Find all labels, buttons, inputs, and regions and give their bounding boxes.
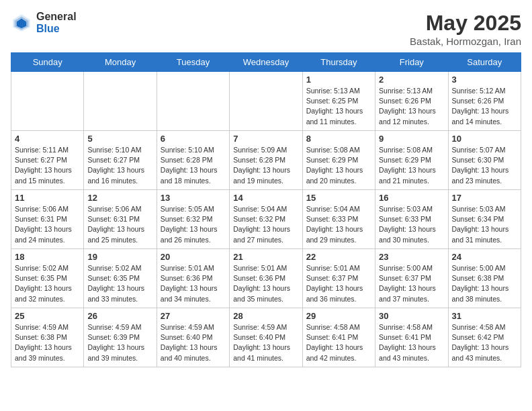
calendar-cell — [230, 72, 302, 131]
logo-blue: Blue — [36, 23, 77, 35]
calendar-cell: 10Sunrise: 5:07 AMSunset: 6:30 PMDayligh… — [448, 131, 521, 190]
calendar-cell: 31Sunrise: 4:58 AMSunset: 6:42 PMDayligh… — [448, 308, 521, 367]
day-info: Sunrise: 5:01 AMSunset: 6:36 PMDaylight:… — [233, 263, 298, 304]
day-number: 30 — [379, 311, 444, 321]
day-number: 26 — [87, 311, 152, 321]
day-info: Sunrise: 5:00 AMSunset: 6:37 PMDaylight:… — [379, 263, 444, 304]
day-info: Sunrise: 5:01 AMSunset: 6:37 PMDaylight:… — [306, 263, 371, 304]
day-info: Sunrise: 5:07 AMSunset: 6:30 PMDaylight:… — [452, 145, 517, 186]
weekday-header: Monday — [84, 53, 157, 72]
day-number: 23 — [379, 252, 444, 262]
calendar-cell: 19Sunrise: 5:02 AMSunset: 6:35 PMDayligh… — [84, 249, 157, 308]
calendar-cell: 16Sunrise: 5:03 AMSunset: 6:33 PMDayligh… — [375, 190, 448, 249]
calendar-cell: 30Sunrise: 4:58 AMSunset: 6:41 PMDayligh… — [375, 308, 448, 367]
day-info: Sunrise: 5:08 AMSunset: 6:29 PMDaylight:… — [306, 145, 371, 186]
title-block: May 2025 Bastak, Hormozgan, Iran — [410, 11, 521, 47]
day-number: 21 — [233, 252, 298, 262]
day-number: 25 — [15, 311, 80, 321]
calendar-cell: 23Sunrise: 5:00 AMSunset: 6:37 PMDayligh… — [375, 249, 448, 308]
day-number: 4 — [15, 134, 80, 144]
day-number: 28 — [233, 311, 298, 321]
weekday-header: Tuesday — [157, 53, 229, 72]
day-number: 20 — [161, 252, 226, 262]
calendar-cell: 24Sunrise: 5:00 AMSunset: 6:38 PMDayligh… — [448, 249, 521, 308]
day-info: Sunrise: 4:59 AMSunset: 6:40 PMDaylight:… — [233, 322, 298, 363]
day-info: Sunrise: 5:10 AMSunset: 6:28 PMDaylight:… — [161, 145, 226, 186]
week-row: 25Sunrise: 4:59 AMSunset: 6:38 PMDayligh… — [11, 308, 521, 367]
day-number: 22 — [306, 252, 371, 262]
day-info: Sunrise: 5:03 AMSunset: 6:33 PMDaylight:… — [379, 204, 444, 245]
calendar-cell — [157, 72, 229, 131]
calendar-cell — [84, 72, 157, 131]
calendar-cell: 1Sunrise: 5:13 AMSunset: 6:25 PMDaylight… — [302, 72, 375, 131]
calendar-cell: 7Sunrise: 5:09 AMSunset: 6:28 PMDaylight… — [230, 131, 302, 190]
calendar-cell: 25Sunrise: 4:59 AMSunset: 6:38 PMDayligh… — [11, 308, 84, 367]
day-info: Sunrise: 5:11 AMSunset: 6:27 PMDaylight:… — [15, 145, 80, 186]
day-number: 31 — [452, 311, 517, 321]
day-info: Sunrise: 4:59 AMSunset: 6:38 PMDaylight:… — [15, 322, 80, 363]
calendar-cell: 20Sunrise: 5:01 AMSunset: 6:36 PMDayligh… — [157, 249, 229, 308]
day-info: Sunrise: 5:03 AMSunset: 6:34 PMDaylight:… — [452, 204, 517, 245]
day-number: 7 — [233, 134, 298, 144]
weekday-header: Friday — [375, 53, 448, 72]
page-header: General Blue May 2025 Bastak, Hormozgan,… — [11, 11, 521, 47]
day-number: 29 — [306, 311, 371, 321]
logo-text: General Blue — [36, 11, 77, 34]
day-info: Sunrise: 4:59 AMSunset: 6:39 PMDaylight:… — [87, 322, 152, 363]
calendar-cell: 22Sunrise: 5:01 AMSunset: 6:37 PMDayligh… — [302, 249, 375, 308]
calendar-cell: 6Sunrise: 5:10 AMSunset: 6:28 PMDaylight… — [157, 131, 229, 190]
calendar-cell: 15Sunrise: 5:04 AMSunset: 6:33 PMDayligh… — [302, 190, 375, 249]
day-number: 17 — [452, 193, 517, 203]
day-number: 15 — [306, 193, 371, 203]
day-number: 6 — [161, 134, 226, 144]
day-info: Sunrise: 4:58 AMSunset: 6:42 PMDaylight:… — [452, 322, 517, 363]
calendar-cell: 28Sunrise: 4:59 AMSunset: 6:40 PMDayligh… — [230, 308, 302, 367]
day-info: Sunrise: 5:13 AMSunset: 6:25 PMDaylight:… — [306, 86, 371, 127]
calendar-cell: 17Sunrise: 5:03 AMSunset: 6:34 PMDayligh… — [448, 190, 521, 249]
calendar-cell: 3Sunrise: 5:12 AMSunset: 6:26 PMDaylight… — [448, 72, 521, 131]
logo: General Blue — [11, 11, 77, 34]
calendar-cell: 4Sunrise: 5:11 AMSunset: 6:27 PMDaylight… — [11, 131, 84, 190]
day-number: 5 — [87, 134, 152, 144]
day-info: Sunrise: 5:02 AMSunset: 6:35 PMDaylight:… — [15, 263, 80, 304]
calendar-cell: 2Sunrise: 5:13 AMSunset: 6:26 PMDaylight… — [375, 72, 448, 131]
weekday-header: Sunday — [11, 53, 84, 72]
day-number: 11 — [15, 193, 80, 203]
day-number: 8 — [306, 134, 371, 144]
day-number: 19 — [87, 252, 152, 262]
calendar-cell: 5Sunrise: 5:10 AMSunset: 6:27 PMDaylight… — [84, 131, 157, 190]
day-number: 12 — [87, 193, 152, 203]
day-info: Sunrise: 4:58 AMSunset: 6:41 PMDaylight:… — [379, 322, 444, 363]
week-row: 18Sunrise: 5:02 AMSunset: 6:35 PMDayligh… — [11, 249, 521, 308]
calendar-cell: 9Sunrise: 5:08 AMSunset: 6:29 PMDaylight… — [375, 131, 448, 190]
day-number: 14 — [233, 193, 298, 203]
week-row: 11Sunrise: 5:06 AMSunset: 6:31 PMDayligh… — [11, 190, 521, 249]
weekday-header: Thursday — [302, 53, 375, 72]
day-info: Sunrise: 5:13 AMSunset: 6:26 PMDaylight:… — [379, 86, 444, 127]
day-info: Sunrise: 5:12 AMSunset: 6:26 PMDaylight:… — [452, 86, 517, 127]
weekday-header: Saturday — [448, 53, 521, 72]
day-number: 27 — [161, 311, 226, 321]
calendar-cell: 14Sunrise: 5:04 AMSunset: 6:32 PMDayligh… — [230, 190, 302, 249]
day-info: Sunrise: 5:00 AMSunset: 6:38 PMDaylight:… — [452, 263, 517, 304]
weekday-header-row: SundayMondayTuesdayWednesdayThursdayFrid… — [11, 53, 521, 72]
weekday-header: Wednesday — [230, 53, 302, 72]
calendar-cell: 11Sunrise: 5:06 AMSunset: 6:31 PMDayligh… — [11, 190, 84, 249]
day-info: Sunrise: 5:08 AMSunset: 6:29 PMDaylight:… — [379, 145, 444, 186]
day-number: 24 — [452, 252, 517, 262]
calendar-cell: 27Sunrise: 4:59 AMSunset: 6:40 PMDayligh… — [157, 308, 229, 367]
calendar-table: SundayMondayTuesdayWednesdayThursdayFrid… — [11, 52, 521, 367]
day-info: Sunrise: 5:04 AMSunset: 6:33 PMDaylight:… — [306, 204, 371, 245]
day-info: Sunrise: 5:09 AMSunset: 6:28 PMDaylight:… — [233, 145, 298, 186]
calendar-cell: 12Sunrise: 5:06 AMSunset: 6:31 PMDayligh… — [84, 190, 157, 249]
calendar-cell — [11, 72, 84, 131]
day-number: 9 — [379, 134, 444, 144]
day-number: 18 — [15, 252, 80, 262]
calendar-cell: 21Sunrise: 5:01 AMSunset: 6:36 PMDayligh… — [230, 249, 302, 308]
day-info: Sunrise: 4:59 AMSunset: 6:40 PMDaylight:… — [161, 322, 226, 363]
week-row: 1Sunrise: 5:13 AMSunset: 6:25 PMDaylight… — [11, 72, 521, 131]
location: Bastak, Hormozgan, Iran — [410, 36, 521, 47]
day-info: Sunrise: 4:58 AMSunset: 6:41 PMDaylight:… — [306, 322, 371, 363]
calendar-cell: 18Sunrise: 5:02 AMSunset: 6:35 PMDayligh… — [11, 249, 84, 308]
week-row: 4Sunrise: 5:11 AMSunset: 6:27 PMDaylight… — [11, 131, 521, 190]
